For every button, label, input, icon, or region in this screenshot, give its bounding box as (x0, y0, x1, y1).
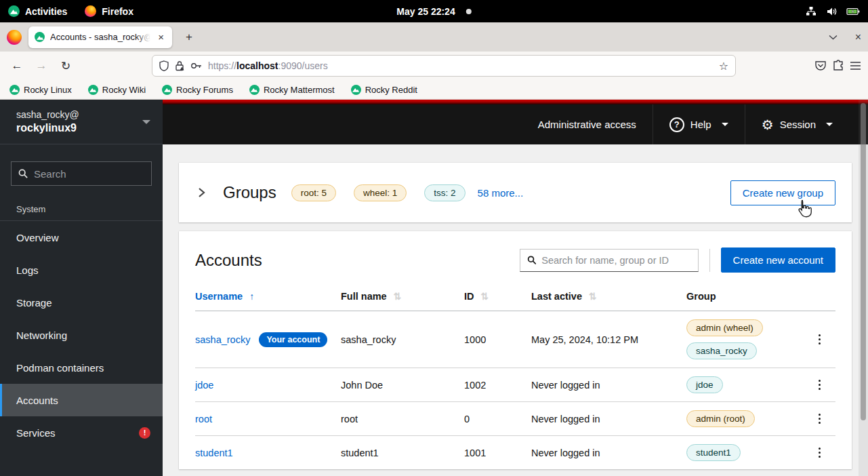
group-membership-badge: sasha_rocky (686, 342, 757, 359)
username-link[interactable]: sasha_rocky (195, 334, 250, 345)
sidebar-search-input[interactable] (34, 168, 144, 180)
clock-button[interactable]: May 25 22:24 (396, 6, 471, 17)
notification-dot-icon (466, 9, 472, 14)
activities-button[interactable]: Activities (8, 5, 67, 17)
gear-icon: ⚙ (762, 118, 774, 132)
clock-label: May 25 22:24 (396, 6, 455, 17)
last-active-cell: Never logged in (531, 448, 686, 458)
group-count-badge: wheel: 1 (354, 184, 407, 201)
sidebar-item-label: Logs (16, 264, 39, 276)
list-tabs-chevron-icon[interactable] (829, 35, 838, 40)
bookmark-item[interactable]: Rocky Reddit (351, 85, 417, 95)
back-button[interactable]: ← (7, 56, 27, 76)
bookmark-item[interactable]: Rocky Mattermost (249, 85, 335, 95)
create-new-account-button[interactable]: Create new account (721, 247, 835, 273)
username-link[interactable]: student1 (195, 448, 233, 458)
table-row: student1 student1 1001 Never logged in s… (195, 436, 835, 469)
help-menu-button[interactable]: ? Help (653, 104, 745, 144)
system-tray[interactable] (806, 6, 860, 17)
search-icon (527, 255, 537, 265)
create-new-group-button[interactable]: Create new group (730, 180, 835, 205)
accounts-search-input[interactable] (541, 255, 690, 266)
cockpit-sidebar: sasha_rocky@ rockylinux9 System Overview… (0, 100, 163, 476)
rocky-favicon-icon (88, 85, 98, 95)
groups-expand-button[interactable] (195, 184, 208, 201)
url-bar[interactable]: https://localhost:9090/users ☆ (152, 55, 736, 77)
administrative-access-button[interactable]: Administrative access (522, 104, 653, 144)
bookmarks-bar: Rocky Linux Rocky Wiki Rocky Forums Rock… (0, 80, 868, 100)
sidebar-item-label: Networking (16, 330, 67, 341)
group-count-badge: root: 5 (291, 184, 336, 201)
sort-icon: ⇅ (481, 291, 489, 302)
forward-button[interactable]: → (31, 56, 51, 76)
table-body: sasha_rocky Your account sasha_rocky 100… (195, 311, 835, 469)
session-menu-button[interactable]: ⚙ Session (745, 104, 849, 144)
groups-cell: student1 (686, 440, 804, 465)
scrollbar-thumb[interactable] (861, 103, 866, 420)
group-count-badge: tss: 2 (424, 184, 465, 201)
firefox-app-label: Firefox (102, 6, 133, 17)
key-icon[interactable] (190, 62, 202, 70)
full-name-cell: student1 (341, 448, 464, 458)
row-kebab-menu-button[interactable] (812, 443, 827, 462)
sidebar-item-networking[interactable]: Networking (0, 319, 163, 351)
sidebar-item-podman-containers[interactable]: Podman containers (0, 351, 163, 384)
host-switcher[interactable]: sasha_rocky@ rockylinux9 (0, 100, 163, 144)
scrollbar-track[interactable] (859, 100, 868, 476)
id-cell: 1000 (464, 334, 531, 345)
sidebar-item-accounts[interactable]: Accounts (0, 384, 163, 416)
shield-icon[interactable] (159, 60, 169, 71)
sidebar-search[interactable] (11, 161, 152, 186)
username-link[interactable]: jdoe (195, 380, 213, 391)
sidebar-item-storage[interactable]: Storage (0, 286, 163, 319)
id-cell: 0 (464, 414, 531, 424)
tab-close-icon[interactable]: × (156, 31, 166, 43)
new-tab-button[interactable]: + (179, 27, 199, 47)
volume-icon (826, 6, 837, 17)
pocket-icon[interactable] (814, 60, 827, 72)
column-header-last-active[interactable]: Last active⇅ (531, 291, 686, 302)
reload-button[interactable]: ↻ (56, 56, 76, 76)
bookmark-item[interactable]: Rocky Forums (162, 85, 233, 95)
sidebar-item-label: Storage (16, 297, 52, 309)
sidebar-item-overview[interactable]: Overview (0, 221, 163, 254)
menu-hamburger-icon[interactable] (850, 61, 861, 71)
sidebar-item-label: Overview (16, 232, 59, 243)
column-header-group[interactable]: Group (686, 291, 804, 302)
column-header-full-name[interactable]: Full name⇅ (341, 291, 464, 302)
rocky-favicon-icon (351, 85, 361, 95)
rocky-favicon-icon (162, 85, 172, 95)
bookmark-item[interactable]: Rocky Linux (9, 85, 72, 95)
chevron-down-icon (826, 123, 833, 126)
chevron-right-icon (198, 187, 205, 198)
groups-more-link[interactable]: 58 more... (478, 187, 524, 199)
last-active-cell: Never logged in (531, 380, 686, 391)
url-text: https://localhost:9090/users (208, 60, 713, 71)
extensions-puzzle-icon[interactable] (832, 60, 844, 72)
column-header-username[interactable]: Username↑ (195, 291, 341, 302)
firefox-app-menu[interactable]: Firefox (85, 5, 133, 17)
bookmark-item[interactable]: Rocky Wiki (88, 85, 146, 95)
toolbar-divider (709, 249, 710, 272)
accounts-search[interactable] (520, 249, 699, 272)
group-membership-badge: jdoe (686, 376, 723, 393)
last-active-cell: Never logged in (531, 414, 686, 424)
sidebar-item-services[interactable]: Services ! (0, 416, 163, 449)
id-cell: 1001 (464, 448, 531, 458)
browser-tab-accounts[interactable]: Accounts - sasha_rocky@ × (28, 26, 172, 48)
bookmark-star-icon[interactable]: ☆ (719, 60, 728, 73)
window-close-button[interactable]: × (855, 31, 861, 43)
search-icon (18, 168, 28, 179)
full-name-cell: root (341, 414, 464, 424)
groups-cell: admin (root) (686, 406, 804, 431)
last-active-cell: May 25, 2024, 10:12 PM (531, 334, 686, 345)
row-kebab-menu-button[interactable] (812, 376, 827, 394)
row-kebab-menu-button[interactable] (812, 410, 827, 428)
sidebar-item-logs[interactable]: Logs (0, 254, 163, 286)
column-header-id[interactable]: ID⇅ (464, 291, 531, 302)
group-membership-badge: admin (root) (686, 410, 755, 427)
username-link[interactable]: root (195, 414, 212, 424)
row-kebab-menu-button[interactable] (812, 330, 827, 349)
rocky-brand-stripe (163, 100, 868, 104)
lock-warning-icon[interactable] (175, 60, 184, 71)
